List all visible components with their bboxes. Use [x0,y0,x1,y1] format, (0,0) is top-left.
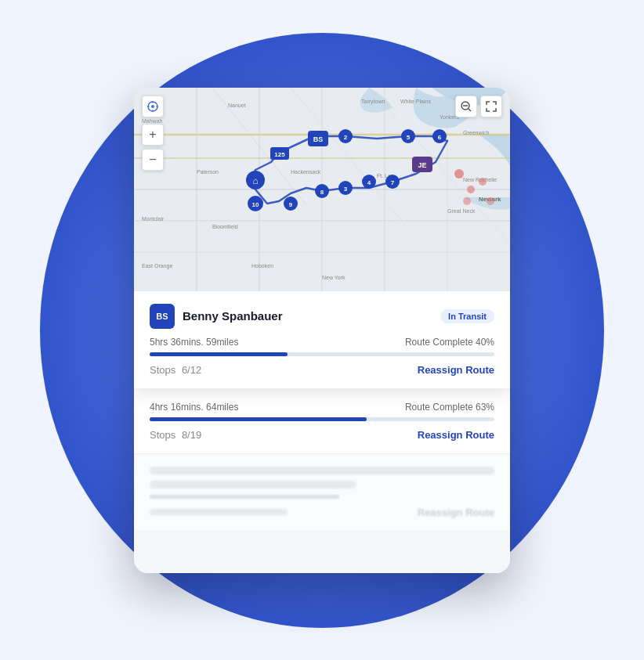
progress-fill-1 [150,352,288,356]
stops-info-1: Stops 6/12 [150,364,204,376]
reassign-button-2[interactable]: Reassign Route [418,429,494,441]
svg-text:Montclair: Montclair [142,216,165,222]
svg-text:Hackensack: Hackensack [291,169,321,175]
svg-text:9: 9 [289,201,293,208]
map-controls-right [455,96,502,117]
zoom-out-icon[interactable] [455,96,477,117]
svg-text:Tarrytown: Tarrytown [361,99,385,105]
progress-bar-1 [150,352,494,356]
svg-line-70 [469,109,471,111]
background-circle: Mahwah Nanuet Tarrytown Yonkers White Pl… [40,33,604,628]
driver-name-1: Benny Spanbauer [183,309,283,323]
map-controls-left: + − [142,96,164,171]
svg-text:4: 4 [367,179,371,186]
avatar-1: BS [150,304,175,329]
svg-point-61 [463,197,471,205]
svg-point-58 [454,169,464,179]
route-card-1: BS Benny Spanbauer In Transit 5hrs 36min… [134,291,510,389]
expand-button[interactable] [480,96,502,117]
route-complete-2: Route Complete 63% [405,402,494,413]
svg-text:Greenwich: Greenwich [463,130,490,135]
svg-text:White Plains: White Plains [400,99,431,104]
svg-text:7: 7 [391,179,395,186]
status-badge-1: In Transit [440,309,494,323]
svg-text:BS: BS [313,135,324,143]
svg-point-60 [479,178,487,186]
svg-point-64 [151,105,154,108]
route-card-2: 4hrs 16mins. 64miles Route Complete 63% … [134,389,510,454]
route-card-3: Reassign Route [134,454,510,532]
blurred-stops [150,509,288,515]
svg-text:Nanuet: Nanuet [228,103,246,108]
route-complete-1: Route Complete 40% [405,337,494,348]
svg-text:⌂: ⌂ [252,175,258,186]
blurred-line-2 [150,481,356,489]
map-container: Mahwah Nanuet Tarrytown Yonkers White Pl… [134,88,510,291]
time-dist-1: 5hrs 36mins. 59miles [150,337,238,348]
progress-bar-2 [150,417,494,421]
svg-text:Bloomfield: Bloomfield [212,224,238,229]
svg-point-62 [487,197,494,205]
reassign-button-1[interactable]: Reassign Route [418,364,494,376]
stops-info-2: Stops 8/19 [150,429,204,441]
svg-text:Great Neck: Great Neck [447,208,476,214]
device-card: Mahwah Nanuet Tarrytown Yonkers White Pl… [134,88,510,573]
driver-info-1: BS Benny Spanbauer [150,304,283,329]
svg-text:10: 10 [252,201,259,208]
svg-text:East Orange: East Orange [142,263,172,269]
svg-text:8: 8 [320,189,324,196]
route-list: BS Benny Spanbauer In Transit 5hrs 36min… [134,291,510,573]
svg-text:JE: JE [418,161,426,169]
progress-fill-2 [150,417,367,421]
svg-text:Paterson: Paterson [197,169,219,175]
svg-text:Hoboken: Hoboken [251,263,273,269]
zoom-out-button[interactable]: − [142,149,164,171]
svg-point-59 [467,186,475,193]
svg-text:3: 3 [344,186,348,193]
svg-text:New York: New York [322,275,346,280]
svg-text:2: 2 [344,134,348,141]
zoom-in-button[interactable]: + [142,124,164,146]
location-button[interactable] [142,96,164,117]
blurred-line-1 [150,467,494,474]
svg-text:6: 6 [438,134,442,141]
blurred-progress [150,495,339,499]
time-dist-2: 4hrs 16mins. 64miles [150,402,238,413]
svg-text:5: 5 [407,134,411,141]
reassign-button-3: Reassign Route [418,507,494,518]
svg-text:125: 125 [274,151,285,158]
